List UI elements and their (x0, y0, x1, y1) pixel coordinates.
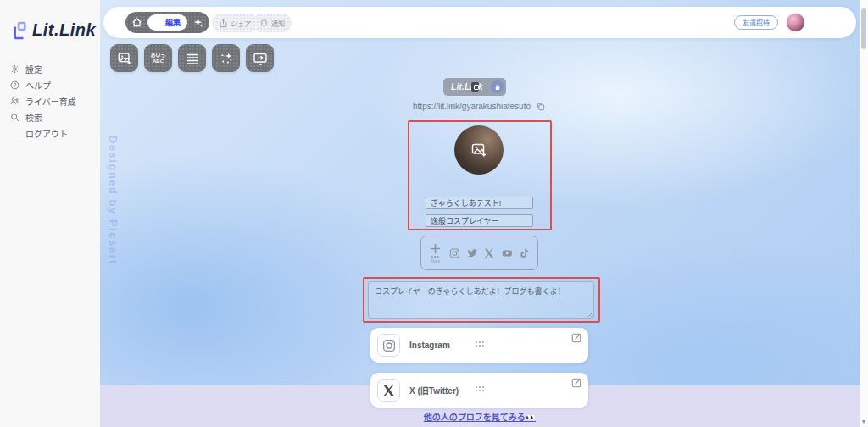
add-sns-button[interactable]: ••• More (429, 242, 442, 263)
invite-label: 友達招待 (743, 18, 770, 27)
share-label: シェア (231, 19, 251, 28)
sidebar-item-liver-training[interactable]: ライバー育成 (10, 93, 76, 109)
edit-mode-button[interactable]: 編集 (147, 14, 187, 30)
share-icon (219, 19, 228, 28)
text-tool-icon: あいう ABC (150, 53, 165, 64)
user-avatar[interactable] (786, 13, 805, 32)
sidebar: Lit.Link 設定 (0, 0, 100, 427)
sidebar-item-help[interactable]: ヘルプ (10, 77, 76, 93)
sparkle-icon[interactable] (192, 17, 203, 28)
link-card-instagram[interactable]: Instagram (370, 328, 588, 363)
edit-link-icon[interactable] (571, 378, 581, 388)
mode-switcher: 編集 (125, 12, 209, 33)
footer: 他の人のプロフを見てみる👀 (100, 408, 860, 424)
link-card-x[interactable]: X (旧Twitter) (370, 373, 588, 408)
badge-lock-button[interactable] (491, 80, 504, 93)
add-image-tool-button[interactable] (110, 44, 138, 72)
litlink-logo-icon (12, 21, 27, 40)
bell-icon (259, 19, 269, 28)
picsart-watermark: Designed by Picsart (107, 136, 120, 265)
litlink-editor: Designed by Picsart Lit.Link 設定 (0, 0, 868, 427)
resize-grip-icon[interactable] (587, 312, 593, 318)
profile-image-upload[interactable] (454, 125, 504, 175)
litlink-logo-text: Lit.Link (32, 20, 96, 40)
invite-friends-button[interactable]: 友達招待 (734, 15, 778, 30)
gear-icon (10, 64, 19, 74)
tiktok-icon[interactable] (519, 247, 530, 259)
notifications-button[interactable]: 通知 (253, 14, 292, 32)
home-icon[interactable] (131, 17, 142, 28)
search-icon (10, 113, 19, 122)
browse-profiles-link[interactable]: 他の人のプロフを見てみる👀 (424, 413, 536, 422)
display-name-input[interactable] (426, 197, 533, 209)
lock-icon (494, 84, 501, 91)
profile-url-row: https://lit.link/gyarakushiatesuto (312, 102, 646, 111)
lines-icon (185, 51, 200, 66)
scrollbar[interactable]: ▼ (860, 0, 868, 427)
more-label: More (431, 258, 440, 263)
sidebar-item-search[interactable]: 検索 (10, 109, 76, 125)
profile-url: https://lit.link/gyarakushiatesuto (413, 102, 531, 111)
sidebar-label: ヘルプ (25, 79, 51, 92)
x-card-iconbox (377, 379, 400, 402)
embed-tool-button[interactable] (246, 44, 274, 72)
image-plus-icon (117, 51, 132, 66)
image-upload-icon (470, 141, 487, 158)
notifications-label: 通知 (271, 19, 285, 28)
help-icon (10, 80, 19, 90)
instagram-icon (382, 339, 396, 352)
sidebar-label: ログアウト (25, 127, 68, 140)
sidebar-menu: 設定 ヘルプ (10, 61, 76, 141)
sidebar-label: 設定 (25, 63, 42, 75)
x-icon[interactable] (484, 247, 495, 259)
social-icons-box: ••• More (420, 236, 538, 270)
edit-label: 編集 (165, 17, 181, 28)
twitter-icon[interactable] (467, 247, 478, 259)
add-links-tool-button[interactable] (178, 44, 206, 72)
edit-link-icon[interactable] (571, 333, 581, 343)
drag-handle[interactable] (476, 386, 486, 393)
share-button[interactable]: シェア (212, 14, 258, 32)
instagram-card-iconbox (377, 334, 400, 357)
sidebar-item-logout[interactable]: ログアウト (10, 125, 76, 141)
litlink-logo[interactable]: Lit.Link (12, 20, 96, 40)
sparkles-icon (219, 51, 234, 66)
scrollbar-thumb[interactable] (861, 8, 866, 49)
youtube-icon[interactable] (502, 247, 513, 259)
litlink-badge[interactable]: Lit.Link (443, 78, 506, 96)
sidebar-item-settings[interactable]: 設定 (10, 61, 76, 77)
instagram-icon[interactable] (449, 247, 460, 259)
badge-mini-icon (471, 82, 479, 92)
pencil-square-icon (154, 19, 163, 27)
scroll-down-arrow[interactable]: ▼ (860, 419, 867, 425)
sidebar-label: 検索 (25, 111, 42, 124)
editor-tools: あいう ABC (110, 44, 274, 72)
people-icon (10, 97, 19, 106)
add-text-tool-button[interactable]: あいう ABC (144, 44, 172, 72)
link-card-label: X (旧Twitter) (409, 373, 459, 408)
monitor-arrow-icon (253, 51, 268, 66)
effects-tool-button[interactable] (212, 44, 240, 72)
copy-icon[interactable] (536, 102, 545, 111)
top-toolbar: 編集 シェア 通知 (103, 7, 856, 38)
profile-title-input[interactable] (426, 214, 533, 227)
x-icon (382, 384, 396, 397)
sidebar-label: ライバー育成 (25, 95, 76, 108)
drag-handle[interactable] (476, 341, 486, 348)
link-card-label: Instagram (409, 328, 450, 363)
bio-textarea[interactable]: コスプレイヤーのぎゃらくしあだよ！ブログも書くよ！ (368, 281, 594, 319)
